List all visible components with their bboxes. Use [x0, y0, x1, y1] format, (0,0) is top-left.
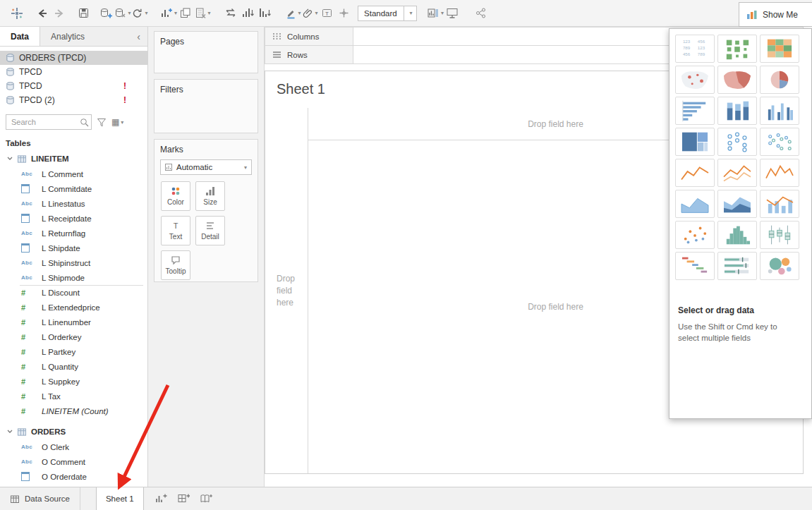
fix-axes-button[interactable]: [335, 4, 352, 23]
size-button[interactable]: Size: [195, 181, 225, 211]
text-button[interactable]: T Text: [161, 216, 190, 245]
data-source-tab[interactable]: Data Source: [0, 487, 80, 510]
clear-sheet-button[interactable]: ▾: [194, 4, 211, 23]
new-dashboard-button[interactable]: [172, 487, 195, 510]
group-members-button[interactable]: ▾: [301, 4, 318, 23]
tab-data[interactable]: Data: [0, 27, 40, 46]
field-item[interactable]: L Quantity: [0, 359, 147, 374]
tab-analytics[interactable]: Analytics: [40, 27, 95, 46]
field-item[interactable]: L Shipmode: [0, 270, 147, 285]
field-item[interactable]: O Comment: [0, 454, 147, 469]
field-item[interactable]: LINEITEM (Count): [0, 403, 147, 418]
field-item[interactable]: L Suppkey: [0, 374, 147, 389]
save-button[interactable]: [75, 4, 92, 23]
datasource-item[interactable]: TPCD !: [0, 79, 147, 93]
field-item[interactable]: O Clerk: [0, 439, 147, 454]
field-label: L Commitdate: [42, 185, 92, 193]
detail-button[interactable]: Detail: [195, 216, 225, 245]
collapse-pane-icon[interactable]: ‹: [130, 27, 147, 46]
showme-scatter-plot[interactable]: [675, 221, 715, 249]
field-type-icon: [21, 230, 38, 236]
field-item[interactable]: L Extendedprice: [0, 300, 147, 315]
showme-side-by-side-bar[interactable]: [760, 97, 799, 125]
showme-dual-combination[interactable]: [760, 190, 799, 218]
showme-filled-map[interactable]: [717, 66, 757, 94]
drop-zone-left[interactable]: Drop field here: [265, 108, 308, 473]
field-item[interactable]: L Orderkey: [0, 329, 147, 344]
showme-continuous-area[interactable]: [675, 190, 715, 218]
back-button[interactable]: [34, 4, 51, 23]
presentation-mode-button[interactable]: [444, 4, 461, 23]
new-data-source-button[interactable]: [97, 4, 114, 23]
toolbar: ▾ ▾ ▾ ▾ ▾ ▾ T Standard ▾ ▾: [0, 0, 812, 27]
field-item[interactable]: L Linenumber: [0, 315, 147, 329]
showme-histogram[interactable]: [717, 221, 757, 249]
chevron-down-icon: ▾: [208, 10, 211, 16]
showme-continuous-line[interactable]: [675, 159, 715, 187]
field-item[interactable]: L Receiptdate: [0, 211, 147, 226]
pages-shelf[interactable]: Pages: [154, 31, 258, 73]
color-button[interactable]: Color: [161, 181, 190, 211]
field-item[interactable]: L Linestatus: [0, 196, 147, 211]
showme-circle-view[interactable]: [717, 128, 757, 156]
field-item[interactable]: L Commitdate: [0, 181, 147, 196]
field-item[interactable]: L Partkey: [0, 344, 147, 359]
swap-rows-columns-button[interactable]: [222, 4, 239, 23]
field-item[interactable]: L Comment: [0, 166, 147, 181]
showme-dual-line[interactable]: [717, 159, 757, 187]
sort-ascending-button[interactable]: [239, 4, 256, 23]
showme-discrete-area[interactable]: [717, 190, 757, 218]
filters-shelf[interactable]: Filters: [154, 79, 258, 133]
showme-stacked-bar[interactable]: [717, 97, 757, 125]
share-workbook-button[interactable]: [472, 4, 489, 23]
forward-button[interactable]: [51, 4, 68, 23]
showme-heat-map[interactable]: [717, 35, 757, 63]
showme-pie-chart[interactable]: [760, 66, 799, 94]
fit-dropdown[interactable]: Standard ▾: [358, 6, 417, 21]
field-item[interactable]: L Shipdate: [0, 241, 147, 255]
showme-horizontal-bar[interactable]: [675, 97, 715, 125]
new-worksheet-tab-button[interactable]: [150, 487, 172, 510]
showme-treemap[interactable]: [675, 128, 715, 156]
detail-icon: [205, 221, 215, 231]
showme-discrete-line[interactable]: [760, 159, 799, 187]
refresh-data-source-button[interactable]: ▾: [131, 4, 148, 23]
showme-highlight-table[interactable]: [760, 35, 799, 63]
view-options-icon[interactable]: ▦▾: [111, 117, 123, 127]
new-story-button[interactable]: [195, 487, 217, 510]
field-item[interactable]: L Shipinstruct: [0, 255, 147, 270]
show-me-button[interactable]: Show Me: [739, 2, 812, 27]
show-mark-labels-button[interactable]: T: [318, 4, 335, 23]
pause-auto-updates-button[interactable]: ▾: [114, 4, 131, 23]
search-input[interactable]: [6, 114, 92, 130]
showme-symbol-map[interactable]: [675, 66, 715, 94]
show-hide-cards-button[interactable]: ▾: [427, 4, 444, 23]
showme-side-by-side-circle[interactable]: [760, 128, 799, 156]
field-item[interactable]: L Returnflag: [0, 226, 147, 241]
showme-packed-bubbles[interactable]: [760, 252, 799, 280]
mark-type-dropdown[interactable]: Automatic ▾: [160, 159, 252, 175]
field-type-icon: [21, 333, 38, 341]
sort-descending-button[interactable]: [256, 4, 273, 23]
field-label: L Quantity: [42, 363, 78, 371]
field-item[interactable]: O Orderdate: [0, 469, 147, 484]
table-group-header[interactable]: LINEITEM: [0, 151, 147, 166]
field-item[interactable]: L Tax: [0, 389, 147, 403]
datasource-item[interactable]: ORDERS (TPCD) !: [0, 51, 147, 65]
field-label: L Shipdate: [42, 244, 80, 253]
tooltip-button[interactable]: Tooltip: [161, 250, 190, 280]
sheet-tab-sheet1[interactable]: Sheet 1: [96, 487, 144, 510]
duplicate-sheet-button[interactable]: [177, 4, 194, 23]
showme-box-plot[interactable]: [760, 221, 799, 249]
field-item[interactable]: L Discount: [0, 285, 147, 300]
filter-icon[interactable]: [97, 118, 107, 127]
showme-bullet-graph[interactable]: [717, 252, 757, 280]
highlight-button[interactable]: ▾: [284, 4, 301, 23]
datasource-item[interactable]: TPCD !: [0, 65, 147, 79]
table-group-header[interactable]: ORDERS: [0, 424, 147, 439]
new-worksheet-button[interactable]: ▾: [159, 4, 177, 23]
showme-text-table[interactable]: 123456789123456789: [675, 35, 715, 63]
chevron-down-icon: ▾: [404, 6, 416, 20]
showme-gantt[interactable]: [675, 252, 715, 280]
datasource-item[interactable]: TPCD (2) !: [0, 93, 147, 107]
